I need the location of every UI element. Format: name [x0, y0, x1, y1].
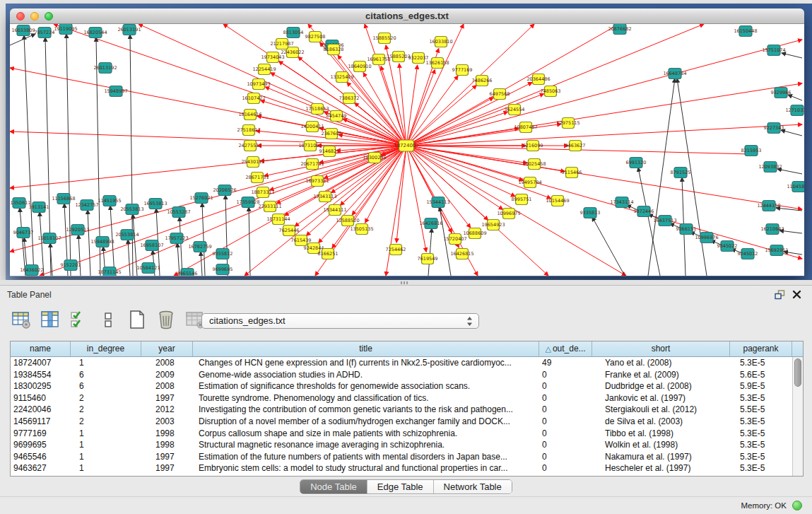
graph-edge[interactable] [66, 34, 71, 276]
cell[interactable]: 49 [539, 357, 592, 369]
graph-edge[interactable] [406, 146, 802, 259]
cell[interactable]: 1997 [141, 462, 193, 474]
graph-node[interactable]: 26013192 [93, 63, 117, 74]
table-row[interactable]: 946362711997Embryonic stem cells: a mode… [11, 462, 803, 474]
cell[interactable]: 1998 [141, 428, 193, 440]
cell[interactable]: 0 [539, 462, 592, 474]
graph-node[interactable]: 8791525 [671, 168, 691, 178]
cell[interactable]: Corpus callosum shape and size in male p… [193, 428, 539, 440]
graph-edge[interactable] [202, 203, 205, 276]
graph-node[interactable]: 15885520 [372, 33, 396, 44]
graph-node[interactable]: 7386372 [339, 93, 360, 104]
cell[interactable]: Embryonic stem cells: a model to study s… [193, 462, 539, 474]
cell[interactable]: 9465546 [11, 451, 71, 463]
graph-node[interactable]: 24275512 [238, 141, 261, 151]
graph-node[interactable]: 26013191 [117, 25, 141, 35]
cell[interactable]: 6 [71, 380, 141, 392]
cell[interactable]: Genome-wide association studies in ADHD. [193, 369, 539, 381]
cell[interactable]: 1 [71, 357, 141, 369]
graph-node[interactable]: 11451955 [98, 196, 121, 206]
cell[interactable]: Hescheler et al. (1997) [592, 462, 730, 474]
graph-node[interactable]: 12975115 [556, 118, 579, 129]
graph-node[interactable]: 12342757 [75, 200, 98, 211]
cell[interactable]: Stergiakouli et al. (2012) [592, 404, 730, 416]
graph-edge[interactable] [788, 95, 802, 100]
cell[interactable]: 0 [539, 416, 592, 428]
cell[interactable]: 1 [71, 439, 141, 451]
cell[interactable]: 5.3E-5 [730, 428, 792, 440]
graph-node[interactable]: 18640910 [348, 62, 371, 72]
graph-node[interactable]: 11156868 [52, 194, 75, 204]
cell[interactable]: Franke et al. (2009) [592, 369, 730, 381]
cell[interactable]: 0 [539, 380, 592, 392]
column-header-in-degree[interactable]: in_degree [71, 341, 141, 356]
table-body[interactable]: 1872400712008Changes of HCN gene express… [11, 357, 803, 474]
graph-node[interactable]: 9046737 [13, 228, 34, 238]
node-attribute-table[interactable]: namein_degreeyeartitle△out_de...shortpag… [10, 341, 804, 477]
graph-edge[interactable] [88, 210, 90, 276]
graph-node[interactable]: 16210643 [760, 224, 784, 235]
table-row[interactable]: 1456911722003Disruption of a novel membe… [11, 416, 803, 428]
cell[interactable]: Estimation of significance thresholds fo… [193, 380, 539, 392]
column-header-name[interactable]: name [11, 341, 71, 356]
graph-node[interactable]: 6216099 [523, 141, 543, 151]
graph-node[interactable]: 27518617 [237, 125, 260, 136]
graph-node[interactable]: 12254419 [252, 64, 276, 75]
graph-node[interactable]: 9355812 [213, 249, 233, 259]
graph-edge[interactable] [54, 24, 406, 146]
graph-node[interactable]: 20364486 [526, 74, 550, 85]
column-header-pagerank[interactable]: pagerank [730, 341, 792, 356]
graph-node[interactable]: 12444158 [757, 201, 780, 211]
graph-node[interactable]: 16820544 [83, 28, 107, 38]
graph-edge[interactable] [406, 146, 471, 228]
graph-node[interactable]: 17957223 [165, 233, 188, 244]
graph-node[interactable]: 7485063 [541, 86, 561, 97]
cell[interactable]: 0 [539, 392, 592, 404]
network-canvas[interactable]: 1603380978572241911909516820544260131918… [10, 24, 804, 276]
cell[interactable]: Nakamura et al. (1997) [592, 451, 730, 463]
graph-node[interactable]: 16426816 [419, 218, 442, 229]
graph-edge[interactable] [128, 240, 130, 276]
graph-node[interactable]: 7857224 [35, 28, 55, 38]
graph-node[interactable]: 15276021 [189, 193, 213, 204]
graph-node[interactable]: 28671731 [245, 173, 269, 183]
graph-node[interactable]: 16436022 [20, 265, 43, 276]
cell[interactable]: 14569117 [11, 416, 71, 428]
table-row[interactable]: 1830029562008Estimation of significance … [11, 380, 803, 392]
cell[interactable]: 1 [71, 428, 141, 440]
graph-node[interactable]: 18731145 [98, 267, 121, 276]
row-height-icon[interactable] [98, 310, 118, 329]
graph-edge[interactable] [406, 146, 551, 199]
graph-node[interactable]: 20553813 [120, 204, 143, 215]
cell[interactable]: 2008 [141, 357, 193, 369]
graph-node[interactable]: 16033809 [11, 25, 35, 36]
graph-edge[interactable] [201, 252, 202, 276]
graph-edge[interactable] [406, 124, 802, 146]
graph-node[interactable]: 17343113 [313, 192, 336, 202]
graph-node[interactable]: 6991320 [626, 158, 647, 168]
cell[interactable]: Jankovic et al. (1997) [592, 392, 730, 404]
cell[interactable]: 19384554 [11, 369, 71, 381]
graph-node[interactable]: 12710371 [785, 105, 804, 116]
tab-node-table[interactable]: Node Table [300, 480, 367, 493]
cell[interactable]: Estimation of the future numbers of pati… [193, 451, 539, 463]
graph-node[interactable]: 7619549 [418, 254, 438, 264]
table-header-row[interactable]: namein_degreeyeartitle△out_de...shortpag… [11, 341, 803, 357]
column-header-out-de-[interactable]: △out_de... [539, 341, 592, 356]
graph-node[interactable]: 16107427 [242, 93, 265, 104]
cell[interactable]: 0 [539, 369, 592, 381]
graph-node[interactable]: 20206576 [213, 185, 236, 196]
graph-node[interactable]: 15344111 [323, 205, 346, 216]
graph-node[interactable]: 9699695 [213, 264, 233, 275]
panel-splitter[interactable] [0, 280, 812, 286]
graph-node[interactable]: 11045851 [787, 182, 804, 192]
cell[interactable]: Structural magnetic resonance image aver… [193, 439, 539, 451]
cell[interactable]: 2012 [141, 404, 193, 416]
cell[interactable]: Tibbo et al. (1998) [592, 428, 730, 440]
graph-node[interactable]: 9777169 [452, 65, 473, 76]
graph-node[interactable]: 9866151 [676, 224, 697, 235]
cell[interactable]: 18724007 [11, 357, 71, 369]
splitter-grip-icon[interactable] [401, 281, 408, 284]
table-row[interactable]: 2242004622012Investigating the contribut… [11, 404, 803, 416]
graph-node[interactable]: 17359928 [236, 197, 259, 208]
